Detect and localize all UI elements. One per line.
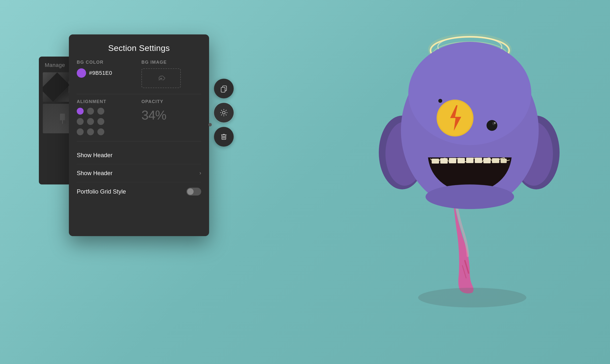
bg-color-label: BG COLOR <box>77 60 137 65</box>
cloud-upload-icon <box>157 75 166 82</box>
svg-rect-7 <box>221 87 225 92</box>
svg-rect-38 <box>492 158 499 163</box>
menu-item-show-header-1[interactable]: Show Header <box>77 146 201 164</box>
panel-title: Section Settings <box>69 34 209 60</box>
bg-color-group: BG COLOR #9B51E0 <box>77 60 137 88</box>
opacity-label: OPACITY <box>141 99 201 104</box>
svg-rect-36 <box>475 158 482 163</box>
bg-image-label: BG IMAGE <box>141 60 201 65</box>
bg-image-group: BG IMAGE <box>141 60 201 88</box>
connector-dot <box>208 123 212 126</box>
menu-item-show-header-2[interactable]: Show Header › <box>77 164 201 182</box>
toggle-knob <box>187 188 194 195</box>
svg-point-29 <box>494 122 496 124</box>
svg-point-23 <box>408 42 531 145</box>
svg-rect-34 <box>458 158 465 163</box>
color-row[interactable]: #9B51E0 <box>77 68 137 78</box>
align-bottom-left[interactable] <box>77 128 84 135</box>
alignment-group: ALIGNMENT <box>77 99 137 136</box>
action-buttons-group <box>214 79 234 147</box>
portfolio-grid-toggle[interactable] <box>186 188 201 196</box>
align-top-right[interactable] <box>97 108 104 115</box>
svg-rect-32 <box>440 158 448 164</box>
settings-button[interactable] <box>214 103 234 122</box>
delete-button[interactable] <box>214 127 234 147</box>
align-bottom-center[interactable] <box>87 128 94 135</box>
svg-point-42 <box>426 184 514 209</box>
svg-point-27 <box>487 120 497 131</box>
align-middle-left[interactable] <box>77 118 84 125</box>
copy-icon <box>219 84 228 93</box>
monster-character-svg <box>359 15 580 310</box>
align-top-left[interactable] <box>77 108 84 115</box>
svg-point-30 <box>438 99 442 103</box>
portfolio-grid-toggle-row: Portfolio Grid Style <box>77 182 201 201</box>
svg-rect-39 <box>501 159 507 163</box>
toggle-label: Portfolio Grid Style <box>77 188 126 195</box>
alignment-grid <box>77 108 137 136</box>
svg-point-8 <box>223 111 225 114</box>
bg-fields-row: BG COLOR #9B51E0 BG IMAGE <box>77 60 201 88</box>
menu-item-label-2: Show Header <box>77 170 112 177</box>
align-middle-center[interactable] <box>87 118 94 125</box>
divider-2 <box>77 141 201 141</box>
align-opacity-row: ALIGNMENT OPACITY 34% <box>77 99 201 136</box>
panel-body: BG COLOR #9B51E0 BG IMAGE <box>69 60 209 201</box>
align-top-center[interactable] <box>87 108 94 115</box>
chevron-right-icon: › <box>199 170 201 176</box>
image-icon-3 <box>56 112 69 125</box>
alignment-label: ALIGNMENT <box>77 99 137 104</box>
divider-1 <box>77 94 201 94</box>
svg-rect-33 <box>449 158 456 163</box>
align-middle-right[interactable] <box>97 118 104 125</box>
svg-rect-31 <box>432 159 439 164</box>
svg-rect-3 <box>60 114 65 121</box>
bg-image-upload[interactable] <box>141 68 181 88</box>
opacity-group: OPACITY 34% <box>141 99 201 136</box>
gear-icon <box>219 108 228 117</box>
character-illustration <box>359 15 580 310</box>
color-value: #9B51E0 <box>89 70 112 76</box>
align-bottom-right[interactable] <box>97 128 104 135</box>
menu-item-label-1: Show Header <box>77 152 112 159</box>
svg-rect-37 <box>483 158 491 163</box>
svg-point-43 <box>418 288 526 307</box>
opacity-value: 34% <box>141 108 201 122</box>
copy-button[interactable] <box>214 79 234 98</box>
section-settings-panel: Section Settings BG COLOR #9B51E0 BG IMA… <box>69 34 209 236</box>
svg-rect-35 <box>466 158 473 163</box>
color-swatch[interactable] <box>77 68 86 78</box>
trash-icon <box>219 132 228 141</box>
